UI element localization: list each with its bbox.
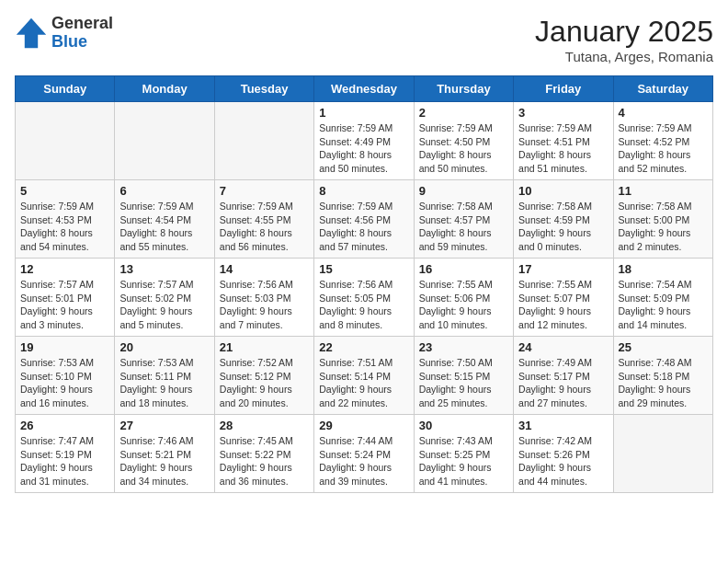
day-number: 14: [220, 262, 309, 276]
calendar-cell: 15Sunrise: 7:56 AM Sunset: 5:05 PM Dayli…: [314, 259, 414, 337]
weekday-header-wednesday: Wednesday: [314, 76, 414, 102]
day-info: Sunrise: 7:51 AM Sunset: 5:14 PM Dayligh…: [319, 356, 408, 410]
day-info: Sunrise: 7:59 AM Sunset: 4:51 PM Dayligh…: [518, 121, 608, 176]
day-number: 20: [119, 340, 209, 354]
day-number: 26: [20, 419, 109, 432]
calendar-cell: 12Sunrise: 7:57 AM Sunset: 5:01 PM Dayli…: [16, 259, 115, 337]
day-number: 11: [619, 184, 708, 198]
month-title: January 2025: [535, 15, 713, 49]
calendar-cell: 14Sunrise: 7:56 AM Sunset: 5:03 PM Dayli…: [214, 259, 313, 337]
weekday-header-saturday: Saturday: [613, 76, 712, 102]
calendar-cell: 19Sunrise: 7:53 AM Sunset: 5:10 PM Dayli…: [16, 337, 115, 415]
calendar-cell: 23Sunrise: 7:50 AM Sunset: 5:15 PM Dayli…: [414, 337, 513, 415]
day-number: 27: [119, 419, 209, 432]
day-number: 1: [319, 106, 408, 120]
calendar-cell: 13Sunrise: 7:57 AM Sunset: 5:02 PM Dayli…: [115, 259, 214, 337]
day-number: 7: [220, 184, 309, 198]
calendar-cell: 2Sunrise: 7:59 AM Sunset: 4:50 PM Daylig…: [414, 102, 513, 180]
weekday-header-monday: Monday: [115, 76, 214, 102]
day-number: 16: [419, 262, 508, 276]
day-info: Sunrise: 7:53 AM Sunset: 5:10 PM Dayligh…: [20, 356, 109, 410]
day-info: Sunrise: 7:59 AM Sunset: 4:56 PM Dayligh…: [319, 200, 408, 254]
day-info: Sunrise: 7:59 AM Sunset: 4:50 PM Dayligh…: [419, 121, 508, 176]
day-number: 31: [518, 419, 608, 432]
day-number: 3: [518, 106, 608, 120]
day-info: Sunrise: 7:59 AM Sunset: 4:54 PM Dayligh…: [119, 200, 209, 254]
day-info: Sunrise: 7:57 AM Sunset: 5:01 PM Dayligh…: [20, 278, 109, 332]
calendar-table: SundayMondayTuesdayWednesdayThursdayFrid…: [15, 75, 713, 493]
day-number: 30: [419, 419, 508, 432]
day-info: Sunrise: 7:58 AM Sunset: 4:57 PM Dayligh…: [419, 200, 508, 254]
calendar-cell: 21Sunrise: 7:52 AM Sunset: 5:12 PM Dayli…: [214, 337, 313, 415]
calendar-cell: 9Sunrise: 7:58 AM Sunset: 4:57 PM Daylig…: [414, 180, 513, 259]
day-info: Sunrise: 7:55 AM Sunset: 5:06 PM Dayligh…: [419, 278, 508, 332]
weekday-header-sunday: Sunday: [16, 76, 115, 102]
day-number: 23: [419, 340, 508, 354]
week-row-1: 1Sunrise: 7:59 AM Sunset: 4:49 PM Daylig…: [16, 102, 713, 180]
day-number: 10: [518, 184, 608, 198]
day-info: Sunrise: 7:43 AM Sunset: 5:25 PM Dayligh…: [419, 434, 508, 488]
calendar-cell: 8Sunrise: 7:59 AM Sunset: 4:56 PM Daylig…: [314, 180, 414, 259]
week-row-4: 19Sunrise: 7:53 AM Sunset: 5:10 PM Dayli…: [16, 337, 713, 415]
day-info: Sunrise: 7:58 AM Sunset: 5:00 PM Dayligh…: [619, 200, 708, 254]
calendar-cell: 26Sunrise: 7:47 AM Sunset: 5:19 PM Dayli…: [16, 415, 115, 493]
calendar-cell: 7Sunrise: 7:59 AM Sunset: 4:55 PM Daylig…: [214, 180, 313, 259]
day-number: 13: [119, 262, 209, 276]
day-number: 21: [220, 340, 309, 354]
calendar-cell: 20Sunrise: 7:53 AM Sunset: 5:11 PM Dayli…: [115, 337, 214, 415]
weekday-header-tuesday: Tuesday: [214, 76, 313, 102]
day-number: 29: [319, 419, 408, 432]
logo-general: General: [51, 15, 113, 33]
day-number: 6: [119, 184, 209, 198]
day-number: 9: [419, 184, 508, 198]
day-info: Sunrise: 7:54 AM Sunset: 5:09 PM Dayligh…: [619, 278, 708, 332]
calendar-cell: 5Sunrise: 7:59 AM Sunset: 4:53 PM Daylig…: [16, 180, 115, 259]
day-info: Sunrise: 7:45 AM Sunset: 5:22 PM Dayligh…: [220, 434, 309, 488]
weekday-header-thursday: Thursday: [414, 76, 513, 102]
calendar-cell: [613, 415, 712, 493]
calendar-cell: 27Sunrise: 7:46 AM Sunset: 5:21 PM Dayli…: [115, 415, 214, 493]
day-number: 18: [619, 262, 708, 276]
calendar-cell: 16Sunrise: 7:55 AM Sunset: 5:06 PM Dayli…: [414, 259, 513, 337]
location-subtitle: Tutana, Arges, Romania: [535, 49, 713, 64]
logo-text: General Blue: [51, 15, 113, 52]
logo-blue: Blue: [51, 33, 113, 52]
day-info: Sunrise: 7:59 AM Sunset: 4:49 PM Dayligh…: [319, 121, 408, 176]
calendar-cell: 11Sunrise: 7:58 AM Sunset: 5:00 PM Dayli…: [613, 180, 712, 259]
day-number: 2: [419, 106, 508, 120]
week-row-5: 26Sunrise: 7:47 AM Sunset: 5:19 PM Dayli…: [16, 415, 713, 493]
weekday-header-friday: Friday: [514, 76, 613, 102]
calendar-cell: 10Sunrise: 7:58 AM Sunset: 4:59 PM Dayli…: [514, 180, 613, 259]
day-number: 15: [319, 262, 408, 276]
weekday-header-row: SundayMondayTuesdayWednesdayThursdayFrid…: [16, 76, 713, 102]
calendar-cell: 3Sunrise: 7:59 AM Sunset: 4:51 PM Daylig…: [514, 102, 613, 180]
calendar-cell: 6Sunrise: 7:59 AM Sunset: 4:54 PM Daylig…: [115, 180, 214, 259]
week-row-3: 12Sunrise: 7:57 AM Sunset: 5:01 PM Dayli…: [16, 259, 713, 337]
title-block: January 2025 Tutana, Arges, Romania: [535, 15, 713, 64]
day-info: Sunrise: 7:57 AM Sunset: 5:02 PM Dayligh…: [119, 278, 209, 332]
day-info: Sunrise: 7:55 AM Sunset: 5:07 PM Dayligh…: [518, 278, 608, 332]
calendar-cell: 30Sunrise: 7:43 AM Sunset: 5:25 PM Dayli…: [414, 415, 513, 493]
calendar-cell: 18Sunrise: 7:54 AM Sunset: 5:09 PM Dayli…: [613, 259, 712, 337]
calendar-cell: 17Sunrise: 7:55 AM Sunset: 5:07 PM Dayli…: [514, 259, 613, 337]
logo-icon: [15, 17, 48, 50]
day-info: Sunrise: 7:46 AM Sunset: 5:21 PM Dayligh…: [119, 434, 209, 488]
day-info: Sunrise: 7:56 AM Sunset: 5:03 PM Dayligh…: [220, 278, 309, 332]
page-header: General Blue January 2025 Tutana, Arges,…: [15, 15, 713, 64]
calendar-cell: 24Sunrise: 7:49 AM Sunset: 5:17 PM Dayli…: [514, 337, 613, 415]
calendar-cell: [214, 102, 313, 180]
day-number: 4: [619, 106, 708, 120]
day-info: Sunrise: 7:59 AM Sunset: 4:55 PM Dayligh…: [220, 200, 309, 254]
day-info: Sunrise: 7:42 AM Sunset: 5:26 PM Dayligh…: [518, 434, 608, 488]
day-info: Sunrise: 7:52 AM Sunset: 5:12 PM Dayligh…: [220, 356, 309, 410]
calendar-cell: 25Sunrise: 7:48 AM Sunset: 5:18 PM Dayli…: [613, 337, 712, 415]
calendar-cell: 28Sunrise: 7:45 AM Sunset: 5:22 PM Dayli…: [214, 415, 313, 493]
day-info: Sunrise: 7:59 AM Sunset: 4:53 PM Dayligh…: [20, 200, 109, 254]
day-info: Sunrise: 7:58 AM Sunset: 4:59 PM Dayligh…: [518, 200, 608, 254]
day-info: Sunrise: 7:47 AM Sunset: 5:19 PM Dayligh…: [20, 434, 109, 488]
day-number: 22: [319, 340, 408, 354]
calendar-cell: 22Sunrise: 7:51 AM Sunset: 5:14 PM Dayli…: [314, 337, 414, 415]
svg-marker-0: [17, 18, 46, 48]
day-info: Sunrise: 7:49 AM Sunset: 5:17 PM Dayligh…: [518, 356, 608, 410]
calendar-cell: [16, 102, 115, 180]
